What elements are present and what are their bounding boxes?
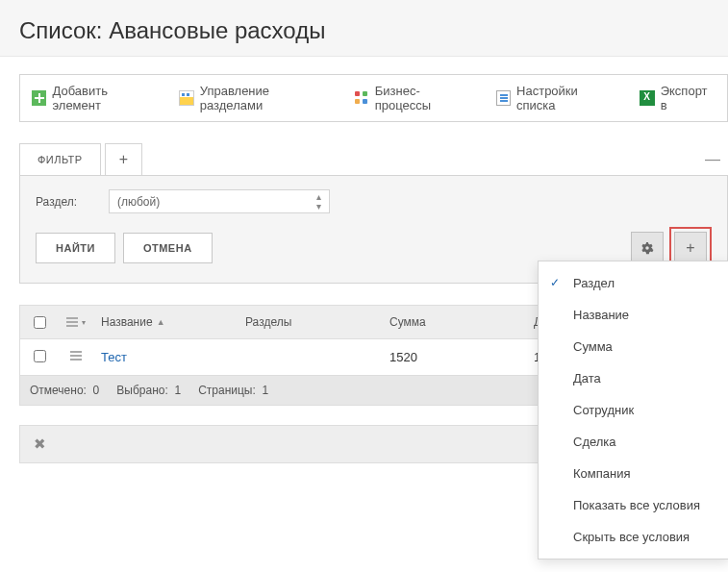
add-filter-tab[interactable]: + xyxy=(105,143,142,175)
export-label: Экспорт в xyxy=(661,84,715,112)
col-name[interactable]: Название ▲ xyxy=(93,306,238,338)
chevron-updown-icon: ▴▾ xyxy=(316,192,321,211)
add-element-button[interactable]: Добавить элемент xyxy=(20,75,167,121)
row-checkbox[interactable] xyxy=(34,350,46,362)
row-sum: 1520 xyxy=(382,340,526,374)
dropdown-item-show-all[interactable]: Показать все условия xyxy=(539,489,728,521)
dropdown-item-sum[interactable]: Сумма xyxy=(539,331,728,362)
manage-sections-label: Управление разделами xyxy=(200,84,332,112)
sections-icon xyxy=(179,90,194,106)
settings-icon xyxy=(496,90,512,106)
close-icon[interactable]: ✖ xyxy=(34,435,46,452)
add-icon xyxy=(32,90,46,106)
pages-counter: Страницы: 1 xyxy=(198,384,268,397)
sort-asc-icon: ▲ xyxy=(157,317,165,327)
bp-label: Бизнес-процессы xyxy=(375,84,473,112)
dropdown-item-employee[interactable]: Сотрудник xyxy=(539,394,728,426)
filter-tabs: ФИЛЬТР + — xyxy=(19,143,728,175)
plus-icon: + xyxy=(686,239,694,257)
row-name[interactable]: Тест xyxy=(93,340,238,374)
filter-settings-button[interactable] xyxy=(631,232,664,264)
hamburger-icon xyxy=(70,349,82,362)
dropdown-item-hide-all[interactable]: Скрыть все условия xyxy=(539,521,728,553)
add-filter-field-button[interactable]: + xyxy=(674,232,707,264)
check-icon: ✓ xyxy=(550,276,560,289)
col-checkbox[interactable] xyxy=(20,306,59,338)
section-filter-label: Раздел: xyxy=(36,195,93,209)
find-button[interactable]: НАЙТИ xyxy=(36,233,115,263)
dropdown-item-name[interactable]: Название xyxy=(539,299,728,331)
row-sections xyxy=(238,348,382,367)
cancel-button[interactable]: ОТМЕНА xyxy=(123,233,213,263)
dropdown-item-company[interactable]: Компания xyxy=(539,458,728,489)
add-element-label: Добавить элемент xyxy=(52,84,156,112)
row-menu-cell[interactable] xyxy=(59,339,93,375)
filter-tab[interactable]: ФИЛЬТР xyxy=(19,143,101,175)
list-toolbar: Добавить элемент Управление разделами Би… xyxy=(19,74,728,122)
export-icon xyxy=(640,90,654,106)
col-sum[interactable]: Сумма xyxy=(382,306,526,338)
section-select-value: (любой) xyxy=(117,195,160,209)
main-content: Добавить элемент Управление разделами Би… xyxy=(0,57,728,463)
bp-icon xyxy=(354,90,368,106)
selected-counter: Выбрано: 1 xyxy=(116,384,181,397)
page-title: Список: Авансовые расходы xyxy=(19,17,709,44)
list-settings-button[interactable]: Настройки списка xyxy=(485,75,629,121)
marked-counter: Отмечено: 0 xyxy=(30,384,99,397)
col-menu[interactable]: ▾ xyxy=(59,306,93,338)
business-processes-button[interactable]: Бизнес-процессы xyxy=(342,75,484,121)
dropdown-item-section[interactable]: ✓ Раздел xyxy=(539,267,728,299)
dropdown-item-deal[interactable]: Сделка xyxy=(539,426,728,458)
select-all-checkbox[interactable] xyxy=(34,316,46,329)
hamburger-icon xyxy=(66,315,78,329)
dropdown-item-date[interactable]: Дата xyxy=(539,362,728,394)
col-sections[interactable]: Разделы xyxy=(238,306,382,338)
export-button[interactable]: Экспорт в xyxy=(628,75,727,121)
section-filter-select[interactable]: (любой) ▴▾ xyxy=(109,189,330,213)
minimize-filter-button[interactable]: — xyxy=(705,151,720,168)
gear-icon xyxy=(640,241,654,255)
row-checkbox-cell xyxy=(20,340,59,375)
filter-fields-dropdown: ✓ Раздел Название Сумма Дата Сотрудник С… xyxy=(538,261,728,560)
page-header: Список: Авансовые расходы xyxy=(0,0,728,57)
manage-sections-button[interactable]: Управление разделами xyxy=(167,75,342,121)
list-settings-label: Настройки списка xyxy=(516,84,616,112)
